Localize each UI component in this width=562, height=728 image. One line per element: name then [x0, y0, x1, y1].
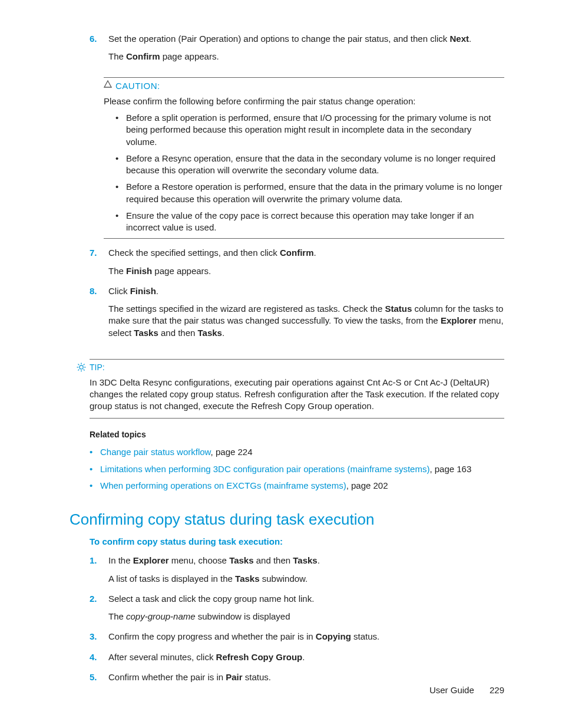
bold: Finish	[126, 266, 152, 276]
step-number: 2.	[90, 593, 108, 629]
step-1: 1. In the Explorer menu, choose Tasks an…	[90, 555, 504, 591]
bold: Tasks	[198, 328, 222, 338]
step-number: 7.	[90, 247, 108, 283]
bold: Explorer	[441, 315, 477, 325]
svg-line-7	[78, 370, 80, 371]
caution-item: Before a Resync operation, ensure that t…	[114, 153, 504, 177]
text: Confirm the copy progress and whether th…	[108, 631, 316, 641]
text: Set the operation (Pair Operation) and o…	[108, 34, 450, 44]
caution-item: Ensure the value of the copy pace is cor…	[114, 210, 504, 234]
step-3: 3. Confirm the copy progress and whether…	[90, 631, 504, 648]
tip-block: TIP: In 3DC Delta Resync configurations,…	[77, 359, 504, 419]
text: subwindow.	[260, 574, 308, 584]
footer-label: User Guide	[429, 685, 474, 695]
step-8: 8. Click Finish. The settings specified …	[90, 285, 504, 345]
bold: Status	[385, 304, 412, 314]
svg-line-8	[84, 364, 85, 365]
tip-text: In 3DC Delta Resync configurations, exec…	[90, 377, 504, 413]
text: subwindow is displayed	[196, 611, 290, 621]
text: page appears.	[160, 51, 219, 61]
text: The	[108, 266, 126, 276]
page-footer: User Guide 229	[429, 684, 504, 696]
step-body: Set the operation (Pair Operation) and o…	[108, 33, 504, 69]
bold: Finish	[130, 286, 156, 296]
page: 6. Set the operation (Pair Operation) an…	[0, 0, 562, 728]
text: Confirm whether the pair is in	[108, 672, 226, 682]
text: .	[318, 555, 320, 565]
svg-line-6	[84, 370, 85, 371]
related-topics: Related topics Change pair status workfl…	[90, 429, 504, 492]
svg-point-0	[80, 365, 83, 369]
text: Check the specified settings, and then c…	[108, 248, 280, 258]
text: Before a Resync operation, ensure that t…	[126, 153, 504, 177]
text: .	[302, 652, 305, 662]
text: , page 202	[346, 480, 388, 490]
step-body: Select a task and click the copy group n…	[108, 593, 504, 629]
caution-item: Before a Restore operation is performed,…	[114, 181, 504, 205]
text: .	[222, 328, 224, 338]
text: Ensure the value of the copy pace is cor…	[126, 210, 504, 234]
text: and then	[254, 555, 293, 565]
bold: Tasks	[134, 328, 158, 338]
step-number: 4.	[90, 651, 108, 669]
step-body: Click Finish. The settings specified in …	[108, 285, 504, 345]
bold: Confirm	[126, 51, 160, 61]
text: Click	[108, 286, 130, 296]
page-number: 229	[490, 684, 504, 696]
caution-intro: Please confirm the following before conf…	[104, 95, 504, 107]
related-link[interactable]: Change pair status workflow	[100, 447, 211, 457]
caution-icon	[104, 80, 115, 88]
step-body: Confirm the copy progress and whether th…	[108, 631, 504, 648]
caution-head: CAUTION:	[104, 80, 504, 92]
caution-item: Before a split operation is performed, e…	[114, 112, 504, 148]
text: status.	[243, 672, 271, 682]
tip-body: In 3DC Delta Resync configurations, exec…	[90, 377, 504, 413]
related-link[interactable]: Limitations when performing 3DC configur…	[100, 464, 429, 474]
bold: Explorer	[133, 555, 169, 565]
step-number: 5.	[90, 671, 108, 689]
caution-block: CAUTION: Please confirm the following be…	[104, 77, 504, 239]
text: .	[469, 34, 471, 44]
text: menu, choose	[169, 555, 230, 565]
text: A list of tasks is displayed in the	[108, 574, 235, 584]
text: Select a task and click the copy group n…	[108, 593, 504, 605]
bold: Tasks	[293, 555, 317, 565]
related-item: Limitations when performing 3DC configur…	[90, 463, 504, 475]
text: , page 224	[211, 447, 253, 457]
step-number: 1.	[90, 555, 108, 591]
related-title: Related topics	[90, 429, 504, 440]
text: Before a Restore operation is performed,…	[126, 181, 504, 205]
bold: Pair	[226, 672, 242, 682]
step-number: 8.	[90, 285, 108, 345]
related-item: When performing operations on EXCTGs (ma…	[90, 480, 504, 492]
text: After several minutes, click	[108, 652, 216, 662]
bold: Tasks	[235, 574, 259, 584]
bold: Copying	[316, 631, 351, 641]
rule	[104, 77, 504, 78]
section-subhead: To confirm copy status during task execu…	[90, 536, 504, 548]
text: , page 163	[429, 464, 471, 474]
text: .	[156, 286, 158, 296]
step-number: 3.	[90, 631, 108, 648]
section-heading: Confirming copy status during task execu…	[70, 509, 504, 530]
rule	[104, 238, 504, 239]
text: Before a split operation is performed, e…	[126, 112, 504, 148]
tip-head: TIP:	[77, 362, 504, 373]
related-item: Change pair status workflow, page 224	[90, 446, 504, 458]
text: page appears.	[152, 266, 211, 276]
caution-title: CAUTION:	[115, 80, 160, 92]
text: In the	[108, 555, 133, 565]
related-link[interactable]: When performing operations on EXCTGs (ma…	[100, 480, 346, 490]
bold: Next	[450, 34, 470, 44]
rule	[90, 359, 504, 360]
text: .	[314, 248, 316, 258]
bold: Refresh Copy Group	[216, 652, 303, 662]
text: status.	[351, 631, 379, 641]
step-4: 4. After several minutes, click Refresh …	[90, 651, 504, 669]
rule	[90, 418, 504, 419]
svg-line-5	[78, 364, 80, 365]
step-7: 7. Check the specified settings, and the…	[90, 247, 504, 283]
step-2: 2. Select a task and click the copy grou…	[90, 593, 504, 629]
step-body: Check the specified settings, and then c…	[108, 247, 504, 283]
bold: Tasks	[229, 555, 253, 565]
